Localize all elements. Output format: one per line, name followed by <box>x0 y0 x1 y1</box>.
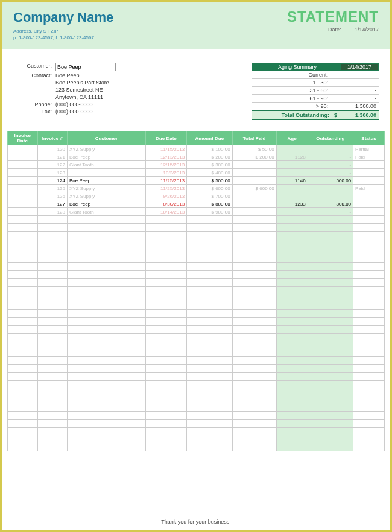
table-cell <box>187 365 232 373</box>
table-cell <box>187 334 232 341</box>
table-cell <box>187 341 232 349</box>
table-cell: $ 50.00 <box>232 145 276 153</box>
total-value: 1,300.00 <box>341 112 376 118</box>
table-row <box>8 318 385 326</box>
table-cell <box>37 302 68 310</box>
customer-name-input[interactable] <box>55 63 116 71</box>
table-cell <box>353 443 385 451</box>
customer-street: 123 Somestreet NE <box>55 87 103 93</box>
table-cell <box>8 428 38 435</box>
table-cell: 125 <box>37 185 68 192</box>
table-cell <box>232 318 276 326</box>
aging-date: 1/14/2017 <box>341 64 378 70</box>
table-cell <box>353 208 385 216</box>
table-cell <box>187 396 232 404</box>
table-cell: $ 300.00 <box>187 161 232 169</box>
table-cell <box>276 161 308 169</box>
total-label: Total Outstanding: <box>254 112 334 118</box>
table-cell <box>187 420 232 428</box>
table-cell <box>276 341 308 349</box>
aging-label: 61 - 90: <box>254 95 334 101</box>
table-cell <box>68 326 146 334</box>
table-cell <box>187 263 232 271</box>
table-cell <box>276 310 308 318</box>
contact-value: Boe Peep <box>55 72 80 78</box>
date-value: 1/14/2017 <box>355 27 379 33</box>
table-cell <box>8 334 38 341</box>
table-cell: - <box>308 169 353 177</box>
table-cell <box>68 381 146 388</box>
table-cell <box>232 208 276 216</box>
table-cell <box>68 294 146 302</box>
table-cell: Giant Tooth <box>68 161 146 169</box>
table-cell <box>8 357 38 365</box>
table-cell <box>8 318 38 326</box>
table-cell <box>37 263 68 271</box>
table-row: 128Giant Tooth10/14/2013$ 900.00- <box>8 208 385 216</box>
table-cell: $ 200.00 <box>232 153 276 161</box>
table-cell <box>8 326 38 334</box>
table-row <box>8 420 385 428</box>
table-cell <box>232 161 276 169</box>
table-cell <box>68 216 146 224</box>
table-cell: 11/25/2013 <box>145 177 186 185</box>
table-cell <box>353 177 385 185</box>
table-cell: Paid <box>353 153 385 161</box>
table-cell <box>37 428 68 435</box>
table-cell <box>276 216 308 224</box>
table-cell <box>187 287 232 294</box>
table-cell <box>276 443 308 451</box>
aging-label: > 90: <box>254 103 334 109</box>
table-cell <box>276 239 308 247</box>
table-cell <box>232 341 276 349</box>
table-cell <box>8 177 38 185</box>
table-cell <box>353 232 385 239</box>
table-row <box>8 302 385 310</box>
table-cell <box>68 373 146 381</box>
table-row <box>8 239 385 247</box>
table-cell <box>353 216 385 224</box>
table-cell: Boe Peep <box>68 200 146 208</box>
table-cell <box>308 318 353 326</box>
table-cell: 123 <box>37 169 68 177</box>
table-cell <box>308 271 353 279</box>
table-cell: $ 900.00 <box>187 208 232 216</box>
table-cell <box>68 443 146 451</box>
statement-date: Date: 1/14/2017 <box>328 27 379 33</box>
table-cell <box>232 326 276 334</box>
table-cell <box>8 365 38 373</box>
table-cell <box>8 404 38 412</box>
table-cell <box>37 435 68 443</box>
table-cell <box>353 349 385 357</box>
table-cell <box>145 404 186 412</box>
table-cell <box>232 200 276 208</box>
table-cell <box>145 373 186 381</box>
table-cell <box>187 318 232 326</box>
table-cell <box>276 404 308 412</box>
table-cell <box>308 388 353 396</box>
table-cell <box>308 279 353 287</box>
table-cell <box>68 287 146 294</box>
table-cell <box>37 326 68 334</box>
table-cell <box>276 208 308 216</box>
table-cell <box>145 357 186 365</box>
aging-row: 61 - 90:- <box>252 95 379 103</box>
table-cell <box>276 435 308 443</box>
table-cell <box>232 435 276 443</box>
table-cell <box>308 341 353 349</box>
table-cell <box>68 349 146 357</box>
table-cell <box>232 177 276 185</box>
table-cell <box>353 169 385 177</box>
table-cell <box>145 388 186 396</box>
table-cell <box>145 302 186 310</box>
company-address: Address, City ST ZIP <box>13 28 379 34</box>
table-cell <box>187 247 232 255</box>
aging-total: Total Outstanding: $ 1,300.00 <box>252 110 379 120</box>
table-cell <box>232 310 276 318</box>
table-row <box>8 263 385 271</box>
table-row: 12310/3/2013$ 400.00- <box>8 169 385 177</box>
table-cell: Boe Peep <box>68 177 146 185</box>
table-cell <box>232 294 276 302</box>
table-cell: 120 <box>37 145 68 153</box>
table-cell <box>276 271 308 279</box>
